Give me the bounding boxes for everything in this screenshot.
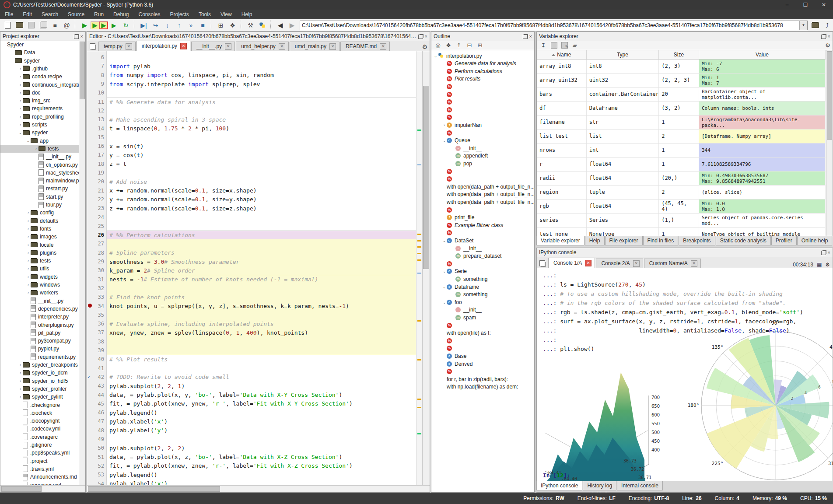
- tree-item-spyder[interactable]: ⌄spyder: [0, 129, 79, 136]
- code-line[interactable]: 9from scipy.interpolate import splprep, …: [87, 80, 416, 88]
- code-line[interactable]: 29smoothness = 3.0 # Smoothness paramete…: [87, 257, 416, 266]
- float-pane-icon[interactable]: [821, 35, 826, 39]
- console-input-prompt[interactable]: In [12]:: [543, 472, 570, 479]
- tree-chevron-icon[interactable]: ›: [18, 106, 23, 111]
- code-line[interactable]: 21x += random.normal(scale=0.1, size=x.s…: [87, 186, 416, 195]
- preferences-icon[interactable]: ⚒: [245, 20, 256, 31]
- outline-item-pop[interactable]: mpop: [431, 160, 534, 167]
- outline-chevron-icon[interactable]: ⌄: [433, 54, 438, 58]
- plugin-tab-profiler[interactable]: Profiler: [771, 236, 797, 245]
- tree-item-Data[interactable]: Data: [0, 49, 79, 56]
- menu-search[interactable]: Search: [37, 10, 63, 19]
- plugin-tab-static-code-analysis[interactable]: Static code analysis: [716, 236, 771, 245]
- tree-item-.pep8speaks.yml[interactable]: .pep8speaks.yml: [0, 449, 79, 457]
- code-line[interactable]: 42✓# TODO: Rewrite to avoid code smell: [87, 373, 416, 382]
- code-line[interactable]: 10: [87, 88, 416, 97]
- tree-chevron-icon[interactable]: ›: [18, 371, 23, 375]
- maximize-pane-icon[interactable]: ⊞: [215, 20, 227, 31]
- tree-item-pyplot.py[interactable]: pyplot.py: [0, 345, 79, 353]
- editor-tab-temp.py[interactable]: temp.py✕: [98, 42, 136, 51]
- tree-item-.github[interactable]: ›.github: [0, 65, 79, 73]
- outline-item-Dataframe[interactable]: ⌄cDataframe: [431, 283, 534, 290]
- outline-chevron-icon[interactable]: ⌄: [442, 269, 447, 273]
- close-pane-icon[interactable]: ×: [80, 34, 83, 38]
- outline-item-for-r-bar-in-zip-radii-bars-[interactable]: for r, bar in zip(radii, bars):: [431, 375, 534, 383]
- save-data-icon[interactable]: [549, 42, 559, 49]
- menu-debug[interactable]: Debug: [108, 10, 133, 19]
- menu-help[interactable]: Help: [237, 10, 257, 19]
- tree-item-defaults[interactable]: ›defaults: [0, 217, 79, 225]
- tree-item-cli_options.py[interactable]: cli_options.py: [0, 161, 79, 169]
- code-line[interactable]: 22y += random.normal(scale=0.1, size=y.s…: [87, 195, 416, 204]
- outline-item-Perform-calculations[interactable]: %Perform calculations: [431, 67, 534, 75]
- expand-all-icon[interactable]: ⊞: [475, 42, 485, 49]
- outline-item[interactable]: %: [431, 175, 534, 183]
- tree-item-Spyder[interactable]: Spyder: [0, 41, 79, 49]
- outline-item-appendleft[interactable]: mappendleft: [431, 152, 534, 160]
- outline-item[interactable]: %: [431, 345, 534, 352]
- code-line[interactable]: 44data, = pylab.plot(x, y, 'bo-', label=…: [87, 390, 416, 399]
- outline-item-with-open-file-as-f-[interactable]: with open(file) as f:: [431, 329, 534, 337]
- variables-vscrollbar[interactable]: [826, 50, 833, 236]
- tree-chevron-icon[interactable]: ›: [26, 234, 31, 239]
- outline-item[interactable]: %: [431, 260, 534, 267]
- editor-vscrollbar[interactable]: [422, 51, 430, 485]
- tab-close-icon[interactable]: ✕: [380, 43, 386, 50]
- remove-all-variables-icon[interactable]: ▰: [570, 42, 580, 49]
- code-line[interactable]: 23z += random.normal(scale=0.1, size=z.s…: [87, 204, 416, 213]
- code-line[interactable]: 11# %% Generate data for analysis: [87, 98, 416, 106]
- close-pane-icon[interactable]: ×: [425, 34, 427, 38]
- variable-row-filename[interactable]: filenamestr1C:\ProgramData\Anaconda3\lib…: [537, 116, 826, 130]
- code-editor[interactable]: 67import pylab8from numpy import cos, li…: [87, 51, 416, 485]
- outline-item-with-open-data_path-output_file_n-[interactable]: with open(data_path + output_file_n...: [431, 198, 534, 206]
- tree-chevron-icon[interactable]: ›: [18, 387, 23, 391]
- tree-chevron-icon[interactable]: ›: [18, 66, 23, 71]
- console-output[interactable]: 700650600550500450400-84.41-84.40-84.39-…: [537, 268, 833, 492]
- tab-close-icon[interactable]: ✕: [329, 43, 336, 50]
- code-line[interactable]: 38: [87, 337, 416, 346]
- code-line[interactable]: 26# %% Perform calculations: [87, 231, 416, 239]
- code-line[interactable]: 24: [87, 213, 416, 221]
- outline-chevron-icon[interactable]: ⌄: [442, 285, 447, 289]
- editor-options-gear-icon[interactable]: ⚙: [420, 43, 430, 51]
- save-file-icon[interactable]: [25, 20, 37, 31]
- outline-item-print_file[interactable]: fprint_file: [431, 214, 534, 221]
- editor-tab-__init__.py[interactable]: __init__.py✕: [191, 42, 235, 51]
- outline-item-Generate-data-for-analysis[interactable]: %Generate data for analysis: [431, 60, 534, 67]
- tree-item-__init__.py[interactable]: __init__.py: [0, 297, 79, 305]
- tree-item-mac_stylesheet.qss[interactable]: mac_stylesheet.qss: [0, 169, 79, 177]
- tree-chevron-icon[interactable]: ›: [18, 91, 23, 95]
- console-plugin-tab-history-log[interactable]: History log: [583, 481, 616, 490]
- code-line[interactable]: 20# Add noise: [87, 177, 416, 186]
- code-line[interactable]: 16x = sin(t): [87, 142, 416, 150]
- code-line[interactable]: 51data, = pylab.plot(x, z, 'bo-', label=…: [87, 453, 416, 462]
- tree-item-tests[interactable]: ›tests: [0, 145, 79, 153]
- outline-item[interactable]: %: [431, 322, 534, 329]
- browse-tabs-icon[interactable]: [538, 259, 546, 268]
- tree-item-.ciocheck[interactable]: .ciocheck: [0, 409, 79, 417]
- step-over-icon[interactable]: ↪: [150, 20, 161, 31]
- tab-close-icon[interactable]: ✕: [585, 260, 592, 266]
- rerun-cell-icon[interactable]: ↻: [120, 20, 132, 31]
- tree-item-fonts[interactable]: ›fonts: [0, 225, 79, 233]
- outline-chevron-icon[interactable]: ⌄: [442, 300, 447, 304]
- outline-item-prepare_dataset[interactable]: mprepare_dataset: [431, 252, 534, 260]
- tree-item-.checkignore[interactable]: .checkignore: [0, 401, 79, 409]
- outline-item[interactable]: %: [431, 91, 534, 98]
- menu-run[interactable]: Run: [89, 10, 108, 19]
- forward-icon[interactable]: ▶: [286, 20, 298, 31]
- menu-source[interactable]: Source: [63, 10, 89, 19]
- go-to-parent-icon[interactable]: ↥: [454, 42, 464, 49]
- outline-item-interpolation-py[interactable]: ⌄interpolation.py: [431, 52, 534, 60]
- variable-row-array_int8[interactable]: array_int8int8(2, 3)Min: -7 Max: 6: [537, 60, 826, 74]
- outline-item-spam[interactable]: mspam: [431, 314, 534, 321]
- code-line[interactable]: 31nests = -1 # Estimate of number of kno…: [87, 275, 416, 284]
- tree-item-Announcements.md[interactable]: Announcements.md: [0, 473, 79, 481]
- tree-item-scripts[interactable]: ›scripts: [0, 121, 79, 129]
- fullscreen-icon[interactable]: ❖: [444, 42, 453, 49]
- tree-item-.travis.yml[interactable]: .travis.yml: [0, 465, 79, 473]
- editor-tab-umd_main.py[interactable]: umd_main.py✕: [290, 42, 340, 51]
- inspect-icon[interactable]: ▦: [817, 262, 822, 268]
- tree-item-requirements[interactable]: ›requirements: [0, 105, 79, 112]
- minimize-button[interactable]: –: [778, 0, 796, 10]
